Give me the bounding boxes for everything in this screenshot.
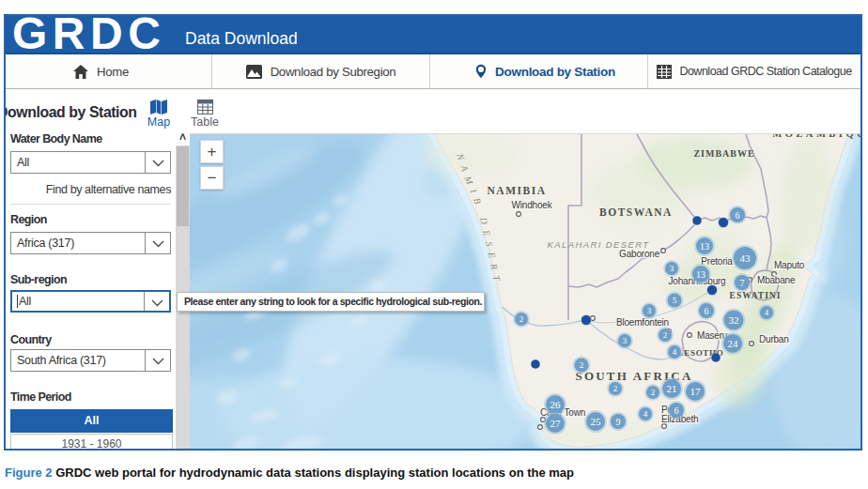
svg-text:13: 13	[696, 269, 705, 280]
svg-text:2: 2	[580, 360, 584, 370]
svg-text:21: 21	[667, 383, 677, 394]
svg-text:Bloemfontein: Bloemfontein	[616, 317, 669, 328]
svg-text:NAMIBIA: NAMIBIA	[488, 185, 547, 196]
svg-text:43: 43	[740, 252, 752, 264]
svg-text:2: 2	[663, 330, 668, 340]
svg-text:MOZAMBIQUE: MOZAMBIQUE	[772, 134, 862, 139]
svg-text:Mbabane: Mbabane	[757, 275, 796, 285]
svg-text:6: 6	[736, 210, 740, 221]
svg-text:17: 17	[690, 386, 702, 397]
svg-text:Pretoria: Pretoria	[701, 256, 733, 267]
svg-text:32: 32	[729, 314, 739, 326]
svg-text:6: 6	[674, 405, 679, 416]
svg-text:Maputo: Maputo	[774, 260, 805, 270]
svg-text:4: 4	[673, 347, 677, 357]
svg-text:ESWATINI: ESWATINI	[730, 291, 782, 300]
svg-text:ZIMBABWE: ZIMBABWE	[693, 148, 754, 159]
svg-text:3: 3	[623, 336, 628, 345]
svg-text:7: 7	[740, 278, 745, 288]
svg-text:4: 4	[765, 308, 769, 317]
svg-text:Gaborone: Gaborone	[619, 249, 660, 259]
svg-text:2: 2	[519, 314, 524, 324]
svg-text:24: 24	[728, 338, 739, 349]
svg-text:27: 27	[550, 418, 562, 429]
svg-text:3: 3	[670, 264, 674, 273]
svg-text:2: 2	[651, 388, 656, 397]
svg-text:2: 2	[613, 384, 618, 393]
svg-text:9: 9	[616, 417, 621, 427]
svg-text:Durban: Durban	[759, 334, 789, 344]
svg-text:13: 13	[700, 241, 709, 252]
svg-text:6: 6	[705, 306, 709, 316]
svg-text:4: 4	[643, 409, 648, 419]
svg-text:26: 26	[550, 399, 562, 410]
svg-text:3: 3	[647, 306, 652, 315]
svg-text:BOTSWANA: BOTSWANA	[599, 206, 673, 218]
svg-text:5: 5	[673, 296, 677, 305]
svg-text:Windhoek: Windhoek	[512, 200, 553, 210]
svg-text:25: 25	[591, 416, 602, 427]
